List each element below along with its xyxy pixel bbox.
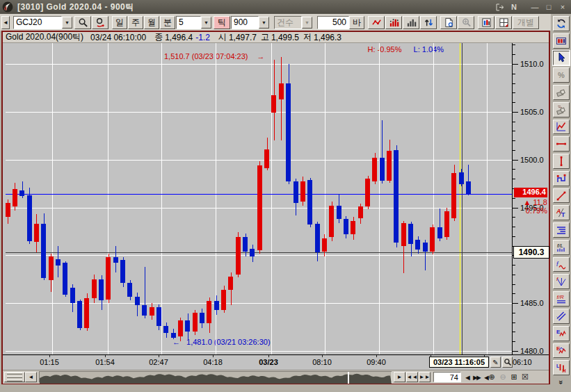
time-axis[interactable]: 03/23 11:16:05 ✎ 01:1501:5402:4704:1803/… (3, 354, 549, 370)
price-axis[interactable]: 1510.01505.01500.01495.01490.01485.01480… (513, 43, 549, 354)
sidebar-tool-percent[interactable]: % (553, 67, 570, 83)
tick-value[interactable]: 900 (231, 16, 259, 29)
candle-body (423, 243, 428, 252)
line-chart-button[interactable] (368, 16, 385, 29)
bar-button[interactable]: 바 (349, 16, 364, 29)
minimize-button[interactable]: — (529, 1, 541, 13)
sidebar-tool-horizontal-line[interactable] (553, 136, 570, 152)
svg-text:f: f (556, 260, 559, 267)
toolbar-collapse-button[interactable]: ◄ (1, 16, 10, 29)
price-tick (513, 284, 515, 285)
sidebar-tool-fib-wave[interactable]: f (553, 257, 570, 272)
minute-combobox[interactable]: 5 ▼ (176, 16, 211, 29)
sidebar-tool-elliott-channel[interactable]: E (553, 343, 570, 359)
close-button[interactable]: × (556, 1, 569, 13)
period-day-button[interactable]: 일 (112, 16, 127, 29)
chart-panel: Gold 2020.04(900틱) 03/24 06:10:00 종 1,49… (1, 31, 550, 384)
sidebar-tool-fib-count[interactable]: f/L (553, 240, 570, 255)
period-minute-button[interactable]: 분 (160, 16, 175, 29)
sidebar-tool-eraser[interactable] (553, 85, 570, 100)
period-week-button[interactable]: 주 (128, 16, 143, 29)
high-value: 1,499.5 (271, 33, 299, 42)
sidebar-tool-refresh[interactable] (553, 16, 570, 31)
sidebar-tool-fib-levels[interactable] (553, 222, 570, 238)
new-chart-button[interactable] (440, 16, 457, 29)
time-label: 08:10 (311, 358, 333, 366)
volume-icon (406, 17, 417, 28)
candle-body (106, 257, 111, 300)
low-distance-pct: L: 1.04% (414, 45, 444, 54)
candle-body (228, 277, 233, 290)
minute-value[interactable]: 5 (176, 16, 201, 29)
bars-visible-input[interactable] (433, 372, 461, 382)
maximize-button[interactable]: □ (542, 1, 555, 13)
time-tick (159, 355, 159, 357)
price-tick (513, 102, 515, 103)
symbol-jump-button[interactable] (92, 16, 108, 29)
chevron-down-icon[interactable]: ▼ (201, 17, 211, 28)
edit-time-button[interactable]: ✎ (490, 357, 501, 368)
cursor-icon (556, 52, 567, 63)
scroll-left-button[interactable]: ◄ (25, 372, 37, 382)
chart-style-button[interactable] (478, 16, 494, 29)
rewind-button[interactable]: ◄◄ (406, 372, 418, 382)
symbol-value[interactable]: GCJ20 (13, 16, 62, 29)
crosshair-price-box: 1490.3 (513, 246, 549, 259)
chart-plot[interactable]: H: -0.95% L: 1.04% 1,510.7 (03/23 07:04:… (6, 43, 513, 354)
sidebar-tool-trendline[interactable] (553, 188, 570, 204)
fast-forward-button[interactable]: ►► (419, 372, 431, 382)
bar-count-input[interactable] (317, 16, 349, 29)
axis-zoom-button[interactable] (502, 357, 513, 368)
v-gridline (487, 43, 488, 354)
price-label: 1510.0 (520, 60, 544, 68)
sidebar-tool-parallel-lines[interactable] (553, 309, 570, 324)
sidebar-tool-channel[interactable] (553, 171, 570, 186)
chevron-down-icon[interactable]: ▼ (259, 17, 269, 28)
grid-settings-button[interactable] (495, 16, 512, 29)
zoom-in-icon[interactable]: ⊕ (486, 373, 497, 382)
news-button[interactable]: N (508, 1, 520, 13)
open-value: 1,497.7 (229, 33, 257, 42)
play-button[interactable]: ► (394, 372, 405, 382)
candle-body (19, 190, 24, 196)
sidebar-tool-erase-all[interactable] (553, 102, 570, 117)
sidebar-tool-fib-retracement[interactable]: f/R (553, 291, 570, 307)
candle-body (92, 279, 97, 298)
price-tick (513, 313, 515, 313)
v-gridline (52, 43, 53, 354)
tick-combobox[interactable]: 900 ▼ (231, 16, 269, 29)
price-tick (513, 265, 515, 266)
sidebar-tool-zigzag[interactable] (553, 120, 570, 135)
sidebar-tool-multichart[interactable] (553, 33, 570, 49)
doc-search-icon (461, 17, 472, 28)
chevron-double-down-icon[interactable]: » (557, 380, 565, 384)
volume-button[interactable] (403, 16, 419, 29)
sidebar-tool-vertical-line[interactable] (553, 154, 570, 169)
collapse-horizontal-icon[interactable]: ►◄ (475, 373, 486, 382)
period-tick-button[interactable]: 틱 (214, 16, 230, 29)
search-button[interactable] (74, 16, 91, 29)
close-box-icon[interactable]: ☒ (520, 373, 531, 382)
grid-toggle-icon[interactable]: ⊞ (508, 373, 520, 382)
sidebar-tool-fib-fan[interactable]: f (553, 274, 570, 289)
candle-body (34, 224, 39, 242)
candle-body (236, 237, 241, 275)
chevron-down-icon[interactable]: ▼ (62, 17, 72, 28)
sidebar-tool-elliott-wave[interactable]: E (553, 326, 570, 341)
volume-minimap[interactable] (39, 371, 392, 383)
sidebar-tool-cursor[interactable] (553, 51, 570, 66)
scrollbar-grip[interactable] (4, 372, 25, 382)
svg-text:f/L: f/L (557, 243, 563, 249)
sidebar-tool-text-tool[interactable]: AT (553, 205, 570, 220)
h-gridline (6, 160, 512, 161)
sort-updown-button[interactable] (420, 16, 437, 29)
symbol-combobox[interactable]: GCJ20 ▼ (13, 16, 72, 29)
change-value: -1.2 (195, 33, 210, 42)
export-icon[interactable] (494, 1, 506, 13)
sidebar-tool-high-low[interactable]: LH (553, 360, 570, 375)
period-month-button[interactable]: 월 (144, 16, 159, 29)
time-tick (322, 355, 323, 357)
expand-horizontal-icon[interactable]: ◄► (464, 373, 475, 382)
volume-signal-button[interactable] (385, 16, 402, 29)
price-tick (513, 169, 515, 170)
